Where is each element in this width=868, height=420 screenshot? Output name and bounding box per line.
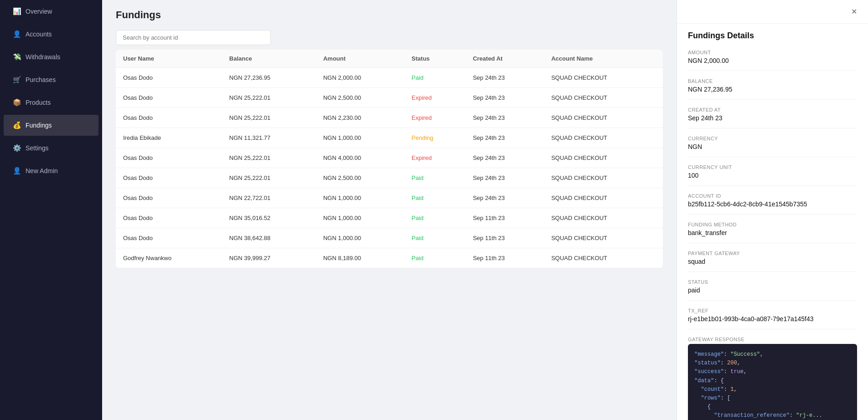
col-username: User Name xyxy=(116,50,222,68)
cell-username: Osas Dodo xyxy=(116,68,222,88)
cell-account-name: SQUAD CHECKOUT xyxy=(544,248,663,268)
cell-balance: NGN 11,321.77 xyxy=(222,128,316,148)
cell-status: Paid xyxy=(404,188,465,208)
cell-username: Osas Dodo xyxy=(116,208,222,228)
page-title: Fundings xyxy=(116,9,663,21)
currency-value: NGN xyxy=(688,143,857,150)
cell-status: Paid xyxy=(404,208,465,228)
sidebar-item-label: Products xyxy=(26,99,51,106)
cell-status: Pending xyxy=(404,128,465,148)
main-content: Fundings User Name Balance Amount Status… xyxy=(102,0,677,420)
side-panel: ✕ Fundings Details Amount NGN 2,000.00 B… xyxy=(677,0,868,420)
status-label: Status xyxy=(688,279,857,285)
cell-amount: NGN 1,000.00 xyxy=(316,188,404,208)
close-button[interactable]: ✕ xyxy=(847,5,861,18)
sidebar-item-label: New Admin xyxy=(26,167,58,174)
cell-balance: NGN 38,642.88 xyxy=(222,228,316,248)
cell-username: Osas Dodo xyxy=(116,88,222,108)
status-value: paid xyxy=(688,287,857,294)
sidebar-item-label: Settings xyxy=(26,144,49,152)
cell-created-at: Sep 11th 23 xyxy=(465,208,544,228)
cell-status: Paid xyxy=(404,68,465,88)
cell-balance: NGN 25,222.01 xyxy=(222,88,316,108)
cell-username: Iredia Ebikade xyxy=(116,128,222,148)
cell-username: Osas Dodo xyxy=(116,188,222,208)
cell-balance: NGN 35,016.52 xyxy=(222,208,316,228)
cell-balance: NGN 25,222.01 xyxy=(222,168,316,188)
table-row[interactable]: Osas Dodo NGN 25,222.01 NGN 2,230.00 Exp… xyxy=(116,108,663,128)
cell-username: Osas Dodo xyxy=(116,168,222,188)
table-row[interactable]: Osas Dodo NGN 25,222.01 NGN 2,500.00 Pai… xyxy=(116,168,663,188)
sidebar-item-fundings[interactable]: 💰 Fundings xyxy=(4,115,98,136)
table-row[interactable]: Osas Dodo NGN 27,236.95 NGN 2,000.00 Pai… xyxy=(116,68,663,88)
payment-gateway-value: squad xyxy=(688,258,857,265)
detail-account-id: Account Id b25fb112-5cb6-4dc2-8cb9-41e15… xyxy=(688,193,857,215)
currency-unit-value: 100 xyxy=(688,172,857,179)
cell-created-at: Sep 24th 23 xyxy=(465,148,544,168)
table-row[interactable]: Osas Dodo NGN 25,222.01 NGN 2,500.00 Exp… xyxy=(116,88,663,108)
cell-balance: NGN 39,999.27 xyxy=(222,248,316,268)
table-header: User Name Balance Amount Status Created … xyxy=(116,50,663,68)
currency-unit-label: Currency Unit xyxy=(688,164,857,170)
new-admin-icon: 👤 xyxy=(13,167,21,175)
cell-amount: NGN 8,189.00 xyxy=(316,248,404,268)
search-input[interactable] xyxy=(116,30,271,45)
account-id-label: Account Id xyxy=(688,193,857,199)
created-at-value: Sep 24th 23 xyxy=(688,114,857,122)
cell-created-at: Sep 24th 23 xyxy=(465,168,544,188)
sidebar-item-label: Fundings xyxy=(26,122,52,129)
table-row[interactable]: Osas Dodo NGN 25,222.01 NGN 4,000.00 Exp… xyxy=(116,148,663,168)
cell-created-at: Sep 24th 23 xyxy=(465,88,544,108)
sidebar-item-accounts[interactable]: 👤 Accounts xyxy=(4,24,98,45)
sidebar-item-purchases[interactable]: 🛒 Purchases xyxy=(4,69,98,90)
table-row[interactable]: Iredia Ebikade NGN 11,321.77 NGN 1,000.0… xyxy=(116,128,663,148)
cell-created-at: Sep 24th 23 xyxy=(465,188,544,208)
sidebar: 📊 Overview 👤 Accounts 💸 Withdrawals 🛒 Pu… xyxy=(0,0,102,420)
side-panel-header: ✕ xyxy=(677,0,868,24)
balance-value: NGN 27,236.95 xyxy=(688,86,857,93)
fundings-table: User Name Balance Amount Status Created … xyxy=(116,50,663,268)
cell-account-name: SQUAD CHECKOUT xyxy=(544,188,663,208)
sidebar-item-settings[interactable]: ⚙️ Settings xyxy=(4,138,98,159)
page-header: Fundings xyxy=(102,0,677,26)
created-at-label: Created At xyxy=(688,107,857,113)
detail-tx-ref: tx_ref rj-e1be1b01-993b-4ca0-a087-79e17a… xyxy=(688,308,857,329)
panel-title: Fundings Details xyxy=(688,31,857,41)
detail-funding-method: Funding Method bank_transfer xyxy=(688,222,857,243)
table-row[interactable]: Osas Dodo NGN 22,722.01 NGN 1,000.00 Pai… xyxy=(116,188,663,208)
col-status: Status xyxy=(404,50,465,68)
cell-created-at: Sep 24th 23 xyxy=(465,68,544,88)
detail-currency-unit: Currency Unit 100 xyxy=(688,164,857,186)
table-row[interactable]: Osas Dodo NGN 35,016.52 NGN 1,000.00 Pai… xyxy=(116,208,663,228)
detail-balance: Balance NGN 27,236.95 xyxy=(688,78,857,100)
sidebar-item-label: Overview xyxy=(26,8,52,15)
table-row[interactable]: Osas Dodo NGN 38,642.88 NGN 1,000.00 Pai… xyxy=(116,228,663,248)
purchases-icon: 🛒 xyxy=(13,76,21,84)
detail-payment-gateway: Payment Gateway squad xyxy=(688,251,857,272)
side-panel-body: Fundings Details Amount NGN 2,000.00 Bal… xyxy=(677,24,868,420)
overview-icon: 📊 xyxy=(13,7,21,15)
cell-account-name: SQUAD CHECKOUT xyxy=(544,208,663,228)
sidebar-item-withdrawals[interactable]: 💸 Withdrawals xyxy=(4,46,98,67)
toolbar xyxy=(102,26,677,50)
sidebar-item-overview[interactable]: 📊 Overview xyxy=(4,1,98,22)
cell-username: Osas Dodo xyxy=(116,228,222,248)
sidebar-item-label: Accounts xyxy=(26,31,52,38)
detail-created-at: Created At Sep 24th 23 xyxy=(688,107,857,128)
table-row[interactable]: Godfrey Nwankwo NGN 39,999.27 NGN 8,189.… xyxy=(116,248,663,268)
funding-method-value: bank_transfer xyxy=(688,229,857,236)
cell-amount: NGN 1,000.00 xyxy=(316,208,404,228)
detail-currency: Currency NGN xyxy=(688,136,857,157)
cell-amount: NGN 2,500.00 xyxy=(316,168,404,188)
cell-balance: NGN 22,722.01 xyxy=(222,188,316,208)
cell-username: Godfrey Nwankwo xyxy=(116,248,222,268)
sidebar-item-products[interactable]: 📦 Products xyxy=(4,92,98,113)
cell-account-name: SQUAD CHECKOUT xyxy=(544,68,663,88)
cell-amount: NGN 2,000.00 xyxy=(316,68,404,88)
sidebar-item-new-admin[interactable]: 👤 New Admin xyxy=(4,160,98,181)
cell-amount: NGN 2,500.00 xyxy=(316,88,404,108)
cell-status: Paid xyxy=(404,168,465,188)
cell-balance: NGN 27,236.95 xyxy=(222,68,316,88)
gateway-response-value: "message": "Success", "status": 200, "su… xyxy=(688,344,857,420)
cell-balance: NGN 25,222.01 xyxy=(222,148,316,168)
